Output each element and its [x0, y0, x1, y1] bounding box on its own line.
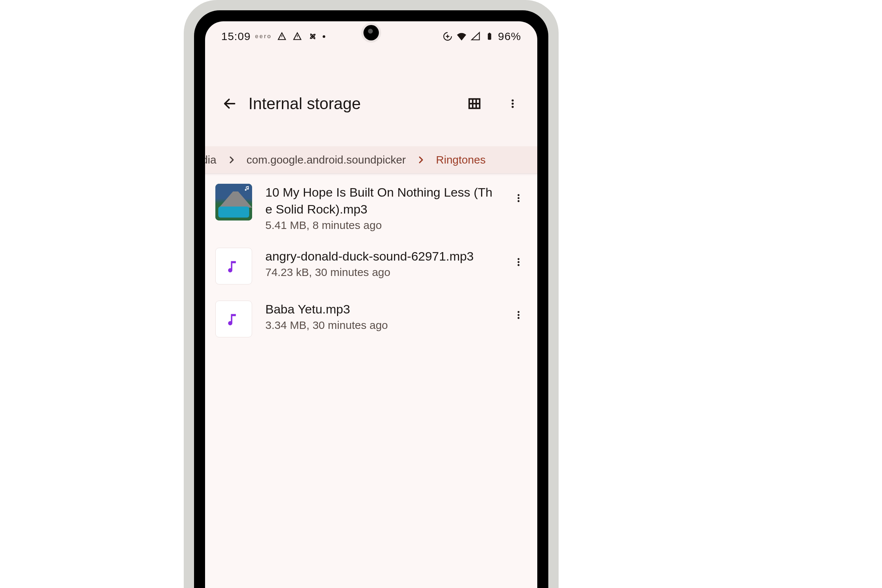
file-thumbnail [215, 248, 252, 285]
svg-point-7 [512, 102, 514, 105]
status-bar: 15:09 eero [205, 21, 537, 51]
music-note-icon [244, 185, 250, 192]
grid-view-button[interactable] [466, 95, 483, 112]
svg-point-1 [297, 36, 298, 37]
status-battery-text: 96% [498, 30, 521, 43]
svg-point-0 [282, 36, 282, 37]
divider [205, 174, 537, 174]
svg-rect-4 [489, 33, 490, 34]
file-row[interactable]: angry-donald-duck-sound-62971.mp3 74.23 … [205, 240, 537, 292]
app-bar: Internal storage [205, 88, 537, 119]
file-name: 10 My Hope Is Built On Nothing Less (The… [266, 184, 497, 218]
cell-signal-icon [470, 31, 481, 42]
file-thumbnail [215, 301, 252, 338]
svg-point-17 [518, 317, 519, 319]
file-list: 10 My Hope Is Built On Nothing Less (The… [205, 176, 537, 588]
file-thumbnail [215, 184, 252, 220]
file-subtitle: 5.41 MB, 8 minutes ago [266, 219, 497, 231]
row-more-button[interactable] [510, 306, 527, 323]
screen: 15:09 eero [205, 21, 537, 588]
file-name: Baba Yetu.mp3 [266, 301, 497, 318]
more-options-button[interactable] [504, 95, 521, 112]
breadcrumb[interactable]: edia com.google.android.soundpicker Ring… [205, 146, 537, 174]
file-row[interactable]: Baba Yetu.mp3 3.34 MB, 30 minutes ago [205, 292, 537, 345]
row-more-button[interactable] [510, 190, 527, 207]
chevron-right-icon [227, 155, 236, 165]
music-note-icon [225, 310, 242, 327]
breadcrumb-item[interactable]: edia [205, 154, 216, 166]
svg-point-14 [518, 264, 519, 266]
svg-rect-3 [488, 33, 491, 40]
file-subtitle: 3.34 MB, 30 minutes ago [266, 319, 497, 332]
file-name: angry-donald-duck-sound-62971.mp3 [266, 248, 497, 265]
file-row[interactable]: 10 My Hope Is Built On Nothing Less (The… [205, 176, 537, 240]
breadcrumb-item-current[interactable]: Ringtones [436, 154, 486, 166]
triangle-alert-icon [292, 31, 303, 42]
status-carrier: eero [255, 33, 272, 40]
wifi-icon [456, 31, 467, 42]
back-button[interactable] [221, 95, 238, 112]
row-more-button[interactable] [510, 254, 527, 270]
pinwheel-icon [307, 31, 318, 42]
status-clock: 15:09 [221, 30, 250, 43]
page-title: Internal storage [248, 94, 456, 113]
music-note-icon [225, 258, 242, 274]
svg-point-10 [518, 197, 519, 199]
svg-point-8 [512, 106, 514, 108]
svg-point-11 [518, 200, 519, 202]
svg-point-9 [518, 194, 519, 196]
triangle-alert-icon [276, 31, 287, 42]
chevron-right-icon [416, 155, 426, 165]
breadcrumb-item[interactable]: com.google.android.soundpicker [247, 154, 406, 166]
file-subtitle: 74.23 kB, 30 minutes ago [266, 266, 497, 279]
svg-point-6 [512, 99, 514, 101]
phone-frame: 15:09 eero [184, 0, 559, 588]
svg-point-15 [518, 311, 519, 313]
power-button[interactable] [557, 217, 559, 268]
status-notification-dot-icon [322, 35, 325, 38]
data-saver-icon [442, 31, 453, 42]
svg-point-12 [518, 258, 519, 260]
svg-point-13 [518, 261, 519, 263]
volume-rocker[interactable] [557, 371, 559, 482]
battery-icon [484, 31, 495, 42]
svg-point-16 [518, 314, 519, 316]
